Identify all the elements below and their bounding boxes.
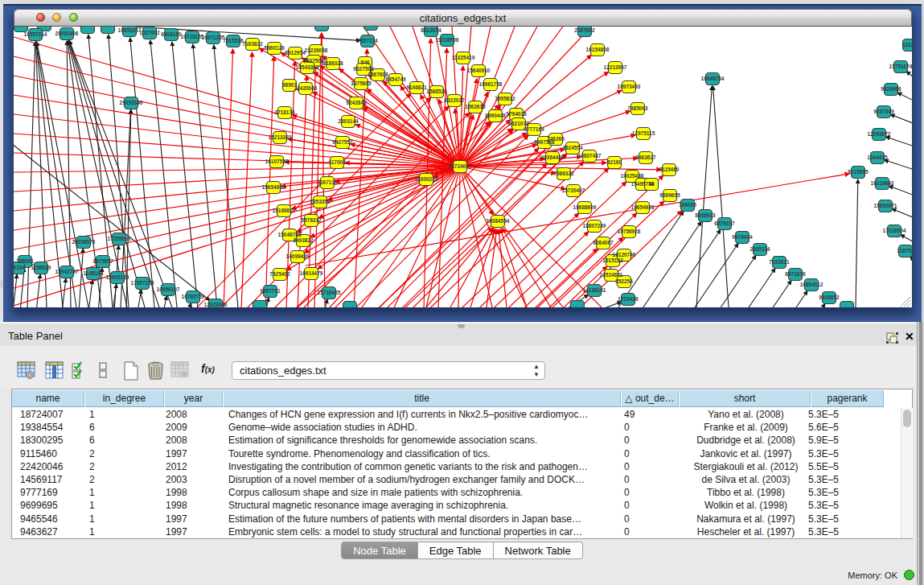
svg-text:8990448: 8990448 bbox=[485, 113, 506, 118]
svg-text:16033809: 16033809 bbox=[310, 27, 334, 27]
svg-text:7357224: 7357224 bbox=[357, 38, 378, 43]
svg-text:10688609: 10688609 bbox=[573, 204, 597, 210]
svg-text:15716485: 15716485 bbox=[318, 290, 341, 295]
svg-text:19384554: 19384554 bbox=[487, 218, 510, 224]
svg-text:16914479: 16914479 bbox=[300, 270, 323, 276]
svg-text:29053346: 29053346 bbox=[120, 100, 143, 105]
svg-text:1145194: 1145194 bbox=[84, 270, 104, 276]
svg-text:22420046: 22420046 bbox=[294, 85, 318, 91]
svg-text:12942757: 12942757 bbox=[55, 269, 79, 274]
svg-text:8322037: 8322037 bbox=[444, 97, 465, 103]
svg-text:16154808: 16154808 bbox=[586, 47, 610, 52]
svg-text:7163822: 7163822 bbox=[242, 41, 263, 47]
svg-text:1621072: 1621072 bbox=[508, 121, 529, 126]
svg-text:17016504: 17016504 bbox=[883, 228, 906, 233]
svg-text:16107553: 16107553 bbox=[265, 159, 289, 164]
svg-text:1562615: 1562615 bbox=[465, 104, 486, 109]
svg-text:746266: 746266 bbox=[547, 136, 565, 142]
svg-text:10973493: 10973493 bbox=[618, 84, 641, 89]
svg-text:15751074: 15751074 bbox=[889, 64, 912, 69]
svg-text:15640910: 15640910 bbox=[467, 68, 491, 73]
svg-text:3624554: 3624554 bbox=[562, 145, 583, 150]
svg-text:10807487: 10807487 bbox=[578, 153, 602, 159]
svg-text:10543362: 10543362 bbox=[296, 64, 319, 70]
svg-text:16648784: 16648784 bbox=[701, 76, 725, 81]
svg-text:16120746: 16120746 bbox=[613, 252, 636, 257]
svg-text:8215955: 8215955 bbox=[848, 169, 869, 175]
svg-text:9827508: 9827508 bbox=[303, 58, 324, 64]
svg-text:10719155: 10719155 bbox=[181, 34, 204, 39]
svg-text:15692971: 15692971 bbox=[874, 203, 897, 208]
svg-text:12905135: 12905135 bbox=[106, 274, 129, 280]
svg-text:1156829: 1156829 bbox=[31, 265, 51, 270]
svg-text:9457791: 9457791 bbox=[260, 288, 281, 294]
svg-text:8454749: 8454749 bbox=[385, 76, 406, 82]
svg-text:8471676: 8471676 bbox=[785, 271, 806, 277]
svg-text:9329966: 9329966 bbox=[881, 86, 901, 92]
svg-text:20091406: 20091406 bbox=[55, 31, 79, 36]
svg-text:7485063: 7485063 bbox=[627, 105, 648, 111]
svg-text:11123: 11123 bbox=[902, 42, 912, 47]
svg-text:10653267: 10653267 bbox=[118, 27, 142, 33]
svg-text:7986322: 7986322 bbox=[553, 171, 574, 176]
svg-text:8813054: 8813054 bbox=[421, 27, 441, 33]
svg-text:11325419: 11325419 bbox=[452, 55, 475, 60]
svg-text:17359938: 17359938 bbox=[108, 236, 131, 241]
svg-text:9427552: 9427552 bbox=[332, 139, 353, 145]
svg-text:98901: 98901 bbox=[282, 82, 297, 88]
svg-text:7625402: 7625402 bbox=[269, 271, 290, 277]
svg-text:9794028: 9794028 bbox=[506, 111, 527, 117]
svg-text:7955812: 7955812 bbox=[495, 96, 515, 101]
svg-text:8912954: 8912954 bbox=[285, 50, 306, 56]
svg-text:15300275: 15300275 bbox=[415, 176, 438, 182]
svg-text:417006: 417006 bbox=[328, 159, 346, 165]
svg-text:12975115: 12975115 bbox=[632, 130, 655, 136]
svg-text:7515526: 7515526 bbox=[223, 38, 244, 43]
svg-text:12923446: 12923446 bbox=[204, 302, 228, 307]
svg-text:10557214: 10557214 bbox=[24, 31, 47, 37]
svg-text:12213383: 12213383 bbox=[269, 134, 292, 140]
svg-text:10025438: 10025438 bbox=[621, 173, 644, 179]
svg-text:9227349: 9227349 bbox=[873, 109, 894, 114]
svg-text:19218506: 19218506 bbox=[436, 37, 459, 43]
svg-text:546: 546 bbox=[361, 60, 370, 65]
svg-text:9245052: 9245052 bbox=[819, 295, 840, 300]
svg-text:18724007: 18724007 bbox=[449, 163, 472, 169]
svg-text:12093872: 12093872 bbox=[868, 131, 891, 137]
svg-text:1353359: 1353359 bbox=[310, 199, 331, 204]
svg-text:3975857: 3975857 bbox=[92, 258, 113, 264]
svg-text:12213967: 12213967 bbox=[604, 64, 627, 70]
svg-text:1244415: 1244415 bbox=[867, 154, 888, 160]
svg-text:9699695: 9699695 bbox=[659, 192, 680, 198]
svg-text:10958107: 10958107 bbox=[157, 286, 180, 292]
svg-text:164095: 164095 bbox=[679, 202, 696, 208]
svg-text:19654985: 19654985 bbox=[262, 184, 285, 190]
svg-text:3375685: 3375685 bbox=[351, 80, 372, 86]
svg-text:10654112: 10654112 bbox=[800, 282, 823, 287]
svg-text:19756928: 19756928 bbox=[618, 229, 641, 234]
svg-text:10961758: 10961758 bbox=[479, 81, 503, 87]
svg-text:9242848: 9242848 bbox=[346, 100, 367, 105]
svg-text:16210643: 16210643 bbox=[871, 180, 894, 186]
svg-text:18807249: 18807249 bbox=[583, 223, 606, 229]
svg-text:20364436: 20364436 bbox=[541, 154, 565, 160]
svg-text:9463627: 9463627 bbox=[635, 154, 656, 160]
svg-text:10671355: 10671355 bbox=[202, 35, 225, 40]
svg-text:252254: 252254 bbox=[615, 278, 633, 284]
svg-text:6466160: 6466160 bbox=[161, 31, 182, 37]
svg-text:13524851: 13524851 bbox=[600, 272, 623, 278]
svg-text:17957225: 17957225 bbox=[131, 280, 154, 286]
svg-text:7632621: 7632621 bbox=[769, 259, 790, 265]
svg-text:19166827: 19166827 bbox=[273, 208, 296, 213]
svg-text:8938923: 8938923 bbox=[695, 212, 716, 218]
svg-text:14136141: 14136141 bbox=[583, 287, 606, 293]
svg-text:14099489: 14099489 bbox=[286, 253, 310, 259]
svg-text:1733426: 1733426 bbox=[618, 296, 639, 302]
svg-text:44: 44 bbox=[648, 181, 655, 187]
svg-text:9084067: 9084067 bbox=[593, 240, 614, 245]
svg-text:62160: 62160 bbox=[607, 159, 622, 165]
svg-text:15046788: 15046788 bbox=[278, 232, 302, 237]
svg-text:1527602: 1527602 bbox=[139, 30, 160, 35]
svg-text:5578312: 5578312 bbox=[301, 217, 322, 223]
svg-text:8186328: 8186328 bbox=[322, 60, 343, 66]
